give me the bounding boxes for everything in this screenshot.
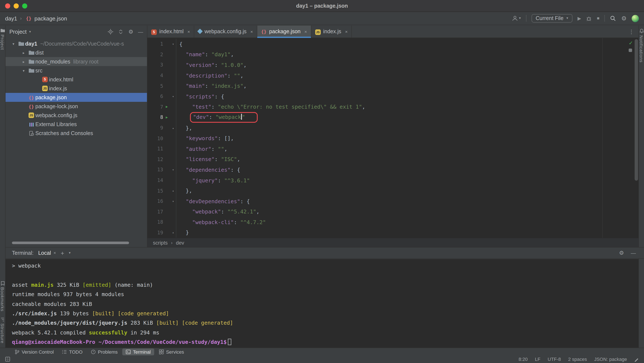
code-line-17[interactable]: 17 "webpack": "^5.42.1", [147, 206, 638, 217]
run-script-icon[interactable]: ▶ [163, 116, 170, 119]
tool-stripe-notifications[interactable]: Notifications [639, 35, 644, 62]
tab-index.js[interactable]: JSindex.js× [311, 26, 352, 38]
hide-terminal-button[interactable]: — [631, 250, 636, 256]
zoom-window-button[interactable] [22, 4, 27, 8]
close-window-button[interactable] [5, 4, 10, 8]
horizontal-scrollbar[interactable] [12, 242, 129, 244]
tree-item-index.html[interactable]: 5index.html [6, 75, 147, 84]
chevron-open-icon[interactable]: ▾ [20, 68, 27, 73]
debug-button[interactable] [586, 16, 592, 21]
project-panel-title[interactable]: Project [9, 28, 26, 35]
tree-item-node_modules[interactable]: ▸node_moduleslibrary root [6, 57, 147, 66]
code-line-19[interactable]: 19▴ } [147, 227, 638, 238]
tree-item-External Libraries[interactable]: External Libraries [6, 120, 147, 129]
status-widget-2 spaces[interactable]: 2 spaces [568, 356, 587, 362]
run-script-icon[interactable]: ▶ [163, 105, 170, 109]
status-widget-JSON: package[interactable]: JSON: package [594, 356, 627, 362]
notifications-bell-icon[interactable] [639, 28, 644, 33]
fold-close-icon[interactable]: ▴ [170, 186, 176, 196]
chevron-open-icon[interactable]: ▾ [10, 42, 17, 46]
collapse-all-button[interactable] [118, 29, 124, 34]
fold-open-icon[interactable]: ▾ [170, 91, 176, 102]
toolwindow-button-Problems[interactable]: Problems [87, 348, 121, 355]
code-line-9[interactable]: 9▴ }, [147, 123, 638, 133]
tree-item-package.json[interactable]: {}package.json [6, 93, 147, 102]
chevron-closed-icon[interactable]: ▸ [20, 60, 27, 64]
new-terminal-button[interactable]: + [61, 250, 64, 256]
close-tab-icon[interactable]: × [188, 29, 190, 34]
stop-button[interactable]: ■ [597, 16, 600, 20]
tree-item-webpack.config.js[interactable]: JSwebpack.config.js [6, 111, 147, 120]
tree-item-day1[interactable]: ▾day1~/Documents/Code/VueCode/vue-s [6, 39, 147, 48]
tab-index.html[interactable]: 5index.html× [147, 26, 194, 38]
code-line-7[interactable]: 7▶ "test": "echo \"Error: no test specif… [147, 102, 638, 112]
code-line-4[interactable]: 4 "description": "", [147, 70, 638, 81]
locate-file-button[interactable] [108, 29, 114, 34]
minimize-window-button[interactable] [14, 4, 19, 8]
tree-item-package-lock.json[interactable]: {}package-lock.json [6, 102, 147, 111]
toolwindow-button-TODO[interactable]: TODO [58, 348, 86, 355]
tool-window-switcher-icon[interactable] [5, 356, 10, 362]
code-line-10[interactable]: 10 "keywords": [], [147, 133, 638, 144]
terminal-output[interactable]: > webpack asset main.js 325 KiB [emitted… [6, 259, 638, 348]
search-everywhere-button[interactable] [610, 15, 616, 21]
terminal-settings-button[interactable]: ⚙ [619, 250, 624, 256]
breadcrumb-dev[interactable]: dev [176, 240, 184, 246]
code-line-1[interactable]: 1▾{ [147, 39, 638, 49]
code-line-12[interactable]: 12 "license": "ISC", [147, 154, 638, 164]
code-line-15[interactable]: 15▴ }, [147, 186, 638, 196]
tool-stripe-bookmarks[interactable]: Bookmarks [0, 281, 5, 312]
code-line-11[interactable]: 11 "author": "", [147, 144, 638, 154]
breadcrumb-file[interactable]: package.json [34, 15, 67, 22]
code-line-13[interactable]: 13▾ "dependencies": { [147, 164, 638, 175]
tree-item-dist[interactable]: ▸dist [6, 48, 147, 57]
run-button[interactable]: ▶ [578, 16, 581, 21]
fold-close-icon[interactable]: ▴ [170, 227, 176, 238]
close-tab-icon[interactable]: × [345, 29, 348, 34]
fold-open-icon[interactable]: ▾ [170, 164, 176, 175]
chevron-down-icon[interactable]: ▾ [29, 30, 31, 34]
terminal-dropdown-icon[interactable]: ▾ [69, 251, 70, 254]
write-access-icon[interactable] [634, 357, 639, 362]
project-tool-icon[interactable] [0, 28, 5, 32]
hide-panel-button[interactable]: — [138, 29, 143, 34]
breadcrumb-project[interactable]: day1 [5, 15, 17, 22]
close-tab-icon[interactable]: × [250, 29, 253, 34]
inspection-ok-icon[interactable]: ✓ [629, 40, 633, 46]
tab-webpack.config.js[interactable]: webpack.config.js× [194, 26, 257, 38]
status-widget-8:20[interactable]: 8:20 [518, 356, 528, 362]
code-line-3[interactable]: 3 "version": "1.0.0", [147, 60, 638, 70]
settings-button[interactable]: ⚙ [621, 15, 626, 21]
toolwindow-button-Services[interactable]: Services [156, 348, 188, 355]
toolwindow-button-Terminal[interactable]: Terminal [122, 348, 154, 355]
inspection-widget-icon[interactable] [629, 48, 632, 52]
tree-item-src[interactable]: ▾src [6, 66, 147, 75]
tool-stripe-project[interactable]: Project [0, 34, 5, 50]
tab-options-icon[interactable]: ⋮ [629, 26, 638, 38]
code-line-2[interactable]: 2 "name": "day1", [147, 49, 638, 60]
run-configuration-select[interactable]: Current File ▾ [531, 14, 572, 22]
code-line-16[interactable]: 16▾ "devDependencies": { [147, 196, 638, 206]
terminal-tab-local[interactable]: Local × [38, 250, 56, 256]
code-editor[interactable]: 1▾{2 "name": "day1",3 "version": "1.0.0"… [147, 38, 638, 238]
code-line-5[interactable]: 5 "main": "index.js", [147, 81, 638, 91]
tree-item-index.js[interactable]: JSindex.js [6, 84, 147, 93]
account-avatar[interactable] [632, 15, 639, 22]
fold-open-icon[interactable]: ▾ [170, 39, 176, 49]
code-line-14[interactable]: 14 "jquery": "^3.6.1" [147, 175, 638, 185]
tree-item-Scratches and Consoles[interactable]: Scratches and Consoles [6, 129, 147, 138]
close-tab-icon[interactable]: × [54, 251, 56, 255]
toolwindow-button-Version Control[interactable]: Version Control [11, 348, 57, 355]
panel-settings-button[interactable]: ⚙ [128, 29, 133, 34]
status-widget-LF[interactable]: LF [535, 356, 540, 362]
code-line-18[interactable]: 18 "webpack-cli": "^4.7.2" [147, 217, 638, 227]
tab-package.json[interactable]: {}package.json× [257, 26, 311, 38]
user-menu-button[interactable]: ▾ [512, 15, 521, 21]
tool-stripe-structure[interactable]: Structure [0, 318, 5, 344]
chevron-closed-icon[interactable]: ▸ [20, 50, 27, 55]
fold-close-icon[interactable]: ▴ [170, 123, 176, 133]
code-line-6[interactable]: 6▾ "scripts": { [147, 91, 638, 102]
code-line-8[interactable]: 8▶ "dev": "webpack" [147, 112, 638, 122]
status-widget-UTF-8[interactable]: UTF-8 [548, 356, 561, 362]
close-tab-icon[interactable]: × [304, 29, 307, 34]
